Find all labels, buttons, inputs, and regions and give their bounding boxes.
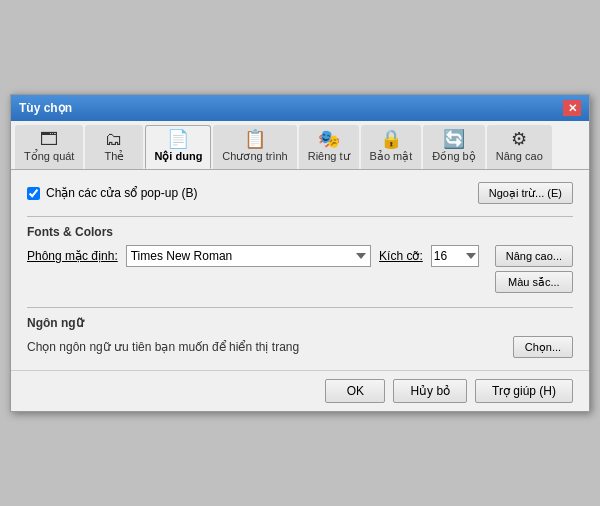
tab-tong-quat[interactable]: 🗔 Tổng quát	[15, 125, 83, 169]
tab-noi-dung-label: Nội dung	[154, 150, 202, 163]
popup-checkbox-label[interactable]: Chặn các cửa sổ pop-up (B)	[27, 186, 197, 200]
tab-tong-quat-label: Tổng quát	[24, 150, 74, 163]
footer: OK Hủy bỏ Trợ giúp (H)	[11, 370, 589, 411]
divider-1	[27, 216, 573, 217]
language-section: Ngôn ngữ Chọn ngôn ngữ ưu tiên bạn muốn …	[27, 316, 573, 358]
tab-nang-cao[interactable]: ⚙ Nâng cao	[487, 125, 552, 169]
font-row: Phông mặc định: Times New Roman Kích cỡ:…	[27, 245, 479, 267]
ok-button[interactable]: OK	[325, 379, 385, 403]
tab-the[interactable]: 🗂 Thẻ	[85, 125, 143, 169]
font-action-buttons: Nâng cao... Màu sắc...	[495, 245, 573, 293]
language-title: Ngôn ngữ	[27, 316, 573, 330]
language-row: Chọn ngôn ngữ ưu tiên bạn muốn để hiển t…	[27, 336, 573, 358]
the-icon: 🗂	[105, 130, 123, 148]
tab-chuong-trinh-label: Chương trình	[222, 150, 287, 163]
mau-sac-button[interactable]: Màu sắc...	[495, 271, 573, 293]
tab-bao-mat[interactable]: 🔒 Bảo mật	[361, 125, 422, 169]
nang-cao-icon: ⚙	[511, 130, 527, 148]
tab-bar: 🗔 Tổng quát 🗂 Thẻ 📄 Nội dung 📋 Chương tr…	[11, 121, 589, 170]
tab-rieng-tu[interactable]: 🎭 Riêng tư	[299, 125, 359, 169]
nang-cao-button[interactable]: Nâng cao...	[495, 245, 573, 267]
ngoai-tru-button[interactable]: Ngoại trừ... (E)	[478, 182, 573, 204]
main-window: Tùy chọn ✕ 🗔 Tổng quát 🗂 Thẻ 📄 Nội dung …	[10, 94, 590, 412]
popup-block-text: Chặn các cửa sổ pop-up (B)	[46, 186, 197, 200]
noi-dung-icon: 📄	[167, 130, 189, 148]
tong-quat-icon: 🗔	[40, 130, 58, 148]
chon-button[interactable]: Chọn...	[513, 336, 573, 358]
tab-noi-dung[interactable]: 📄 Nội dung	[145, 125, 211, 169]
language-description: Chọn ngôn ngữ ưu tiên bạn muốn để hiển t…	[27, 340, 299, 354]
font-select[interactable]: Times New Roman	[126, 245, 371, 267]
tab-rieng-tu-label: Riêng tư	[308, 150, 350, 163]
size-label: Kích cỡ:	[379, 249, 423, 263]
fonts-colors-title: Fonts & Colors	[27, 225, 573, 239]
dong-bo-icon: 🔄	[443, 130, 465, 148]
close-button[interactable]: ✕	[563, 100, 581, 116]
size-select[interactable]: 16	[431, 245, 479, 267]
rieng-tu-icon: 🎭	[318, 130, 340, 148]
tab-dong-bo-label: Đồng bộ	[432, 150, 475, 163]
font-label: Phông mặc định:	[27, 249, 118, 263]
fonts-colors-section: Fonts & Colors Phông mặc định: Times New…	[27, 225, 573, 293]
tab-nang-cao-label: Nâng cao	[496, 150, 543, 162]
title-bar: Tùy chọn ✕	[11, 95, 589, 121]
popup-block-checkbox[interactable]	[27, 187, 40, 200]
help-button[interactable]: Trợ giúp (H)	[475, 379, 573, 403]
content-area: Chặn các cửa sổ pop-up (B) Ngoại trừ... …	[11, 170, 589, 370]
chuong-trinh-icon: 📋	[244, 130, 266, 148]
tab-the-label: Thẻ	[105, 150, 125, 163]
popup-block-row: Chặn các cửa sổ pop-up (B) Ngoại trừ... …	[27, 182, 573, 204]
bao-mat-icon: 🔒	[380, 130, 402, 148]
tab-bao-mat-label: Bảo mật	[370, 150, 413, 163]
tab-dong-bo[interactable]: 🔄 Đồng bộ	[423, 125, 484, 169]
tab-chuong-trinh[interactable]: 📋 Chương trình	[213, 125, 296, 169]
cancel-button[interactable]: Hủy bỏ	[393, 379, 467, 403]
window-title: Tùy chọn	[19, 101, 72, 115]
divider-2	[27, 307, 573, 308]
